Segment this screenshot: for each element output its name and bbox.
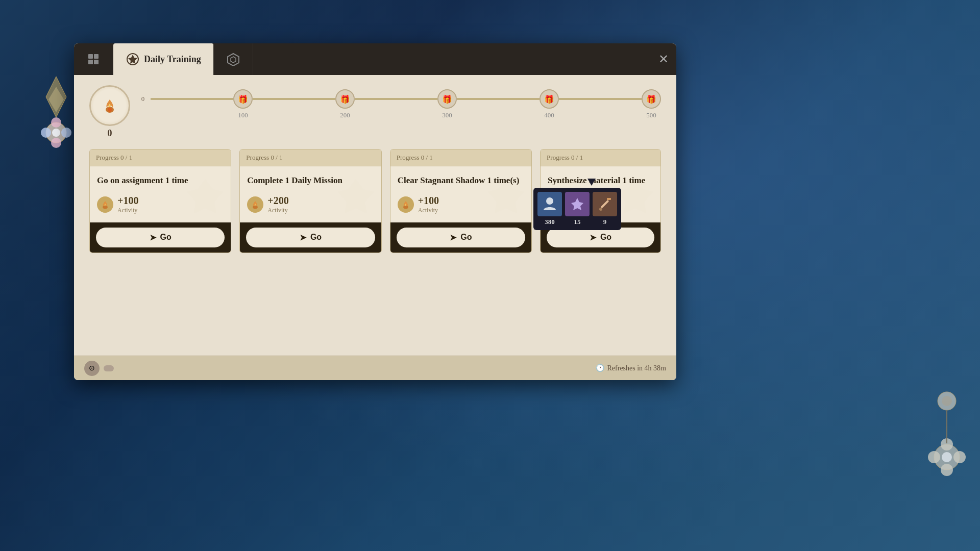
svg-point-28 xyxy=(103,205,108,209)
card3-go-button[interactable]: ➤ Go xyxy=(397,228,525,247)
task-card-2: Progress 0 / 1 Complete 1 Daily Mission xyxy=(239,149,381,253)
milestone-label-2: 200 xyxy=(335,111,355,119)
milestone-gift-5: 🎁 xyxy=(642,89,661,109)
tooltip-icon-2 xyxy=(565,192,590,216)
milestone-gift-3: 🎁 xyxy=(437,89,457,109)
svg-rect-18 xyxy=(94,54,99,59)
svg-point-12 xyxy=(953,451,966,463)
svg-rect-20 xyxy=(94,60,99,64)
milestone-5: 🎁 xyxy=(642,89,661,109)
card1-go-label: Go xyxy=(160,233,172,242)
svg-marker-36 xyxy=(571,198,583,210)
card1-watermark xyxy=(185,177,226,217)
tooltip-count-2: 15 xyxy=(574,218,581,226)
milestone-2: 🎁 xyxy=(335,89,355,109)
svg-marker-24 xyxy=(231,57,236,63)
svg-point-3 xyxy=(51,117,61,128)
svg-point-14 xyxy=(928,451,940,463)
milestone-gift-2: 🎁 xyxy=(335,89,355,109)
track-seg-3 xyxy=(355,98,437,100)
card3-go-arrow: ➤ xyxy=(450,233,456,242)
card2-go-arrow: ➤ xyxy=(300,233,306,242)
bottom-avatar-icon: ⊙ xyxy=(84,361,100,376)
card2-progress-value: 0 / 1 xyxy=(271,154,282,161)
svg-rect-19 xyxy=(88,60,93,64)
svg-point-15 xyxy=(942,452,952,462)
card3-watermark xyxy=(485,177,526,217)
svg-point-13 xyxy=(941,464,953,476)
card4-progress-label: Progress xyxy=(547,154,571,161)
svg-point-5 xyxy=(51,138,61,148)
track-seg-1 xyxy=(151,98,233,100)
card1-progress-label: Progress xyxy=(96,154,120,161)
svg-point-7 xyxy=(52,129,60,137)
tooltip-count-1: 380 xyxy=(545,218,555,226)
card3-header: Progress 0 / 1 xyxy=(390,149,531,166)
svg-point-30 xyxy=(253,205,258,209)
card2-progress-label: Progress xyxy=(246,154,271,161)
card2-reward-amount: +200 xyxy=(267,195,288,207)
card3-reward-label: Activity xyxy=(418,207,439,214)
tooltip-popup: 380 15 9 xyxy=(533,188,621,230)
card4-go-button[interactable]: ➤ Go xyxy=(547,228,654,247)
right-decoration xyxy=(916,381,967,485)
card2-go-button[interactable]: ➤ Go xyxy=(246,228,375,247)
card2-watermark xyxy=(335,177,376,217)
svg-marker-33 xyxy=(617,179,653,213)
svg-marker-31 xyxy=(488,179,524,213)
card1-go-button[interactable]: ➤ Go xyxy=(96,228,225,247)
card3-progress-label: Progress xyxy=(397,154,421,161)
card2-reward-label: Activity xyxy=(267,207,288,214)
refresh-info: 🕐 Refreshes in 4h 38m xyxy=(596,364,666,372)
main-panel: Daily Training ✕ xyxy=(74,43,676,380)
card3-reward-amount: +100 xyxy=(418,195,439,207)
tooltip-icon-3 xyxy=(593,192,617,216)
milestone-1: 🎁 xyxy=(233,89,253,109)
card1-header: Progress 0 / 1 xyxy=(90,149,231,166)
card1-reward-label: Activity xyxy=(117,207,138,214)
card2-go-label: Go xyxy=(310,233,322,242)
tab-item-1[interactable] xyxy=(74,43,113,75)
milestone-label-1: 100 xyxy=(233,111,253,119)
close-button[interactable]: ✕ xyxy=(651,43,676,75)
milestone-4: 🎁 xyxy=(540,89,559,109)
card1-progress-value: 0 / 1 xyxy=(120,154,132,161)
track-seg-2 xyxy=(253,98,335,100)
tab-daily-training-label: Daily Training xyxy=(144,54,201,65)
activity-count: 0 xyxy=(108,128,112,139)
card4-go-arrow: ➤ xyxy=(590,233,596,242)
card4-go-label: Go xyxy=(600,233,611,242)
task-card-1: Progress 0 / 1 Go on assignment 1 time xyxy=(89,149,231,253)
progress-start-label: 0 xyxy=(135,95,151,103)
card2-header: Progress 0 / 1 xyxy=(240,149,381,166)
tab1-icon xyxy=(86,52,101,66)
card1-reward-amount: +100 xyxy=(117,195,138,207)
svg-marker-29 xyxy=(338,179,374,213)
activity-circle xyxy=(89,85,130,126)
tab-daily-training[interactable]: Daily Training xyxy=(113,43,214,75)
card3-go-label: Go xyxy=(460,233,472,242)
svg-point-9 xyxy=(942,396,952,406)
card4-header: Progress 0 / 1 xyxy=(541,149,660,166)
card1-reward-icon xyxy=(97,196,113,213)
tab-item-3[interactable] xyxy=(214,43,253,75)
progress-section: 0 0 🎁 🎁 xyxy=(89,85,661,139)
svg-point-39 xyxy=(599,208,602,211)
milestone-gift-4: 🎁 xyxy=(540,89,559,109)
card1-body: Go on assignment 1 time +100 Activity xyxy=(90,166,231,222)
card1-reward-info: +100 Activity xyxy=(117,195,138,214)
card2-footer: ➤ Go xyxy=(240,222,381,253)
bottom-toggle[interactable] xyxy=(104,365,114,371)
track-seg-5 xyxy=(559,98,642,100)
bottom-left: ⊙ xyxy=(84,361,114,376)
card3-progress-value: 0 / 1 xyxy=(421,154,433,161)
svg-point-35 xyxy=(546,197,553,205)
tooltip-arrow xyxy=(587,179,596,186)
svg-point-6 xyxy=(41,128,51,138)
card3-reward-icon xyxy=(398,196,414,213)
tooltip-item-3: 9 xyxy=(593,192,617,226)
refresh-label: Refreshes in 4h 38m xyxy=(607,364,666,372)
card4-progress-value: 0 / 1 xyxy=(571,154,583,161)
task-card-3: Progress 0 / 1 Clear Stagnant Shadow 1 t… xyxy=(390,149,532,253)
tooltip-item-1: 380 xyxy=(537,192,562,226)
